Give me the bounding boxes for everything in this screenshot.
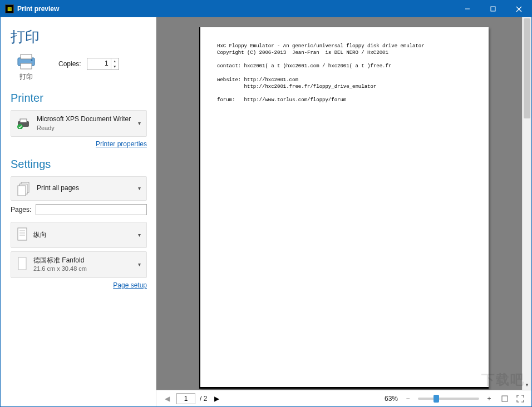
chevron-down-icon: ▾ xyxy=(138,120,141,126)
window-controls xyxy=(455,1,531,17)
window-title: Print preview xyxy=(17,5,455,13)
fullscreen-icon xyxy=(516,395,524,403)
current-page-input[interactable] xyxy=(176,393,195,404)
svg-rect-13 xyxy=(18,186,26,196)
svg-rect-6 xyxy=(21,63,32,69)
print-preview-window: ▦ Print preview 打印 xyxy=(0,0,532,407)
paper-size-select[interactable]: 德国标准 Fanfold 21.6 cm x 30.48 cm ▾ xyxy=(11,251,147,278)
total-pages-label: / 2 xyxy=(200,395,207,403)
svg-rect-19 xyxy=(502,396,508,401)
printer-properties-link[interactable]: Printer properties xyxy=(96,140,147,148)
minimize-icon xyxy=(465,6,470,12)
close-icon xyxy=(516,6,522,12)
scrollbar-thumb[interactable] xyxy=(524,18,530,118)
copies-label: Copies: xyxy=(58,60,81,68)
svg-rect-5 xyxy=(21,54,32,59)
pages-label: Pages: xyxy=(11,206,31,214)
svg-rect-1 xyxy=(491,7,495,11)
printer-select[interactable]: Microsoft XPS Document Writer Ready ▾ xyxy=(11,110,147,137)
minimize-button[interactable] xyxy=(455,1,480,17)
paper-size: 21.6 cm x 30.48 cm xyxy=(33,265,87,272)
svg-rect-18 xyxy=(18,257,26,270)
preview-viewport[interactable]: HxC Floppy Emulator - An generic/univers… xyxy=(156,17,531,390)
vertical-scrollbar[interactable]: ▲ ▼ xyxy=(522,17,531,390)
fullscreen-button[interactable] xyxy=(515,393,526,404)
next-page-button[interactable]: ▶ xyxy=(211,394,221,404)
print-button[interactable]: 打印 xyxy=(11,53,42,82)
pages-icon xyxy=(17,181,31,196)
chevron-down-icon: ▾ xyxy=(138,261,141,267)
svg-point-7 xyxy=(31,59,33,61)
page-setup-link[interactable]: Page setup xyxy=(113,281,147,289)
orientation-label: 纵向 xyxy=(33,231,47,240)
app-icon: ▦ xyxy=(5,4,14,13)
zoom-slider-knob[interactable] xyxy=(434,395,439,403)
print-button-label: 打印 xyxy=(11,72,42,82)
heading-settings: Settings xyxy=(11,158,147,171)
preview-bottombar: ◀ / 2 ▶ 63% − + xyxy=(156,390,531,406)
copies-up-button[interactable]: ▲ xyxy=(111,58,119,64)
print-range-select[interactable]: Print all pages ▾ xyxy=(11,176,147,201)
print-range-label: Print all pages xyxy=(37,184,79,193)
close-button[interactable] xyxy=(506,1,531,17)
orientation-select[interactable]: 纵向 ▾ xyxy=(11,222,147,248)
printer-status: Ready xyxy=(37,124,131,132)
paper-name: 德国标准 Fanfold xyxy=(33,256,87,265)
printer-icon xyxy=(14,53,38,70)
zoom-slider[interactable] xyxy=(418,398,479,400)
svg-rect-14 xyxy=(18,228,27,240)
printer-status-icon xyxy=(17,118,31,129)
zoom-percent-label: 63% xyxy=(385,395,398,403)
zoom-out-button[interactable]: − xyxy=(402,393,413,404)
maximize-button[interactable] xyxy=(480,1,506,17)
copies-down-button[interactable]: ▼ xyxy=(111,64,119,70)
preview-area: HxC Floppy Emulator - An generic/univers… xyxy=(156,17,531,406)
copies-value: 1 xyxy=(87,58,111,70)
fit-page-button[interactable] xyxy=(499,393,510,404)
maximize-icon xyxy=(490,6,496,12)
print-sidebar: 打印 打印 Copies: xyxy=(1,17,156,406)
paper-icon xyxy=(17,256,28,272)
heading-printer: Printer xyxy=(11,92,147,105)
svg-rect-9 xyxy=(20,119,27,122)
fit-page-icon xyxy=(501,395,509,403)
printer-name: Microsoft XPS Document Writer xyxy=(37,115,131,124)
prev-page-button[interactable]: ◀ xyxy=(162,394,172,404)
chevron-down-icon: ▾ xyxy=(138,185,141,191)
page-preview: HxC Floppy Emulator - An generic/univers… xyxy=(199,27,489,389)
orientation-icon xyxy=(17,227,28,243)
copies-spinner[interactable]: 1 ▲ ▼ xyxy=(87,58,119,70)
zoom-in-button[interactable]: + xyxy=(484,393,495,404)
scroll-down-button[interactable]: ▼ xyxy=(523,380,531,390)
heading-print: 打印 xyxy=(11,27,147,47)
chevron-down-icon: ▾ xyxy=(138,232,141,238)
pages-input[interactable] xyxy=(36,204,147,215)
titlebar: ▦ Print preview xyxy=(1,1,531,17)
